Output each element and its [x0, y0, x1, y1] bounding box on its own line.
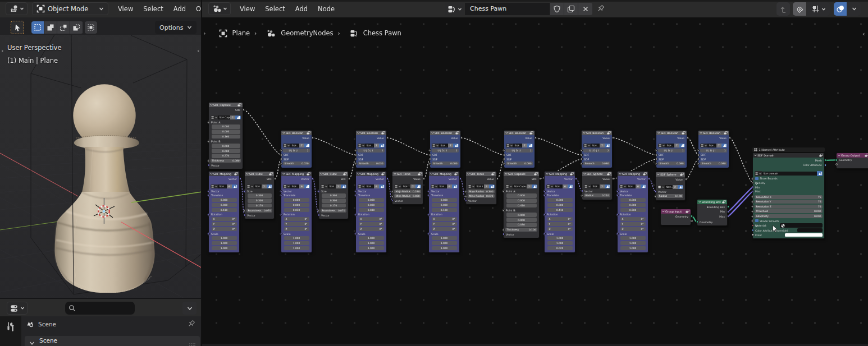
datablock-override-button[interactable]: [453, 144, 459, 148]
node-socket-col[interactable]: [824, 164, 827, 167]
node-socket-gray[interactable]: [654, 195, 657, 197]
datablock-user-count[interactable]: 7: [522, 144, 527, 148]
datablock-override-button[interactable]: [304, 144, 310, 148]
node-socket-gray[interactable]: [207, 140, 210, 142]
node-socket-gray[interactable]: [687, 136, 689, 139]
slider-field[interactable]: Smooth0.080: [583, 162, 610, 165]
node-socket-vec[interactable]: [427, 232, 430, 235]
node-socket-gray[interactable]: [539, 177, 542, 180]
datablock-selector[interactable]: SDF...7: [430, 143, 460, 148]
node-menu-node[interactable]: Node: [313, 5, 340, 13]
node-socket-gray[interactable]: [751, 200, 754, 203]
datablock-name-field[interactable]: SDF T...: [475, 184, 484, 189]
value-field[interactable]: 0.500: [620, 208, 646, 212]
overlays-toggle-button[interactable]: [834, 2, 847, 16]
datablock-override-button[interactable]: [605, 144, 610, 148]
node-socket-vec[interactable]: [354, 194, 357, 197]
enum-button[interactable]: U | D | I2: [506, 149, 533, 153]
datablock-override-button[interactable]: [379, 144, 385, 148]
active-tool-button[interactable]: [11, 21, 24, 34]
overlays-dropdown[interactable]: [847, 2, 861, 16]
editor-type-button[interactable]: [7, 302, 28, 315]
node-socket-gray[interactable]: [751, 196, 754, 199]
datablock-name-field[interactable]: SDF T...: [401, 184, 410, 189]
datablock-selector[interactable]: SDF...7: [656, 143, 687, 148]
datablock-override-button[interactable]: [267, 184, 272, 189]
slider-field[interactable]: Resolution X76: [755, 195, 823, 199]
node-socket-gray[interactable]: [355, 154, 358, 156]
node-socket-gray[interactable]: [729, 136, 732, 139]
unlink-button[interactable]: [578, 3, 592, 15]
node-sdf-boolean-3[interactable]: SDF BooleanValueSDF...7U | D | I2SDFSDFS…: [430, 130, 461, 168]
enum-button[interactable]: U | D | I2: [283, 149, 310, 153]
node-header[interactable]: SDF Mapping: [429, 172, 459, 176]
value-field[interactable]: 1.000: [284, 236, 309, 240]
node-header[interactable]: SDF Boolean: [582, 131, 612, 135]
value-field[interactable]: 0.000: [432, 198, 457, 202]
datablock-browse-button[interactable]: [432, 144, 439, 148]
value-field[interactable]: 0.000: [547, 198, 573, 202]
datablock-override-button[interactable]: [568, 184, 573, 189]
value-field[interactable]: 0.410: [547, 208, 573, 212]
datablock-browse-button[interactable]: [546, 184, 554, 189]
breadcrumb-item[interactable]: Chess Pawn: [363, 29, 401, 37]
select-mode-subtract[interactable]: [57, 21, 70, 34]
slider-field[interactable]: Mino Radius0.080: [394, 194, 421, 198]
node-sdf-torus-1[interactable]: SDF TorusValueSDF T...2Majo Radius0.280M…: [392, 171, 423, 205]
node-socket-vec[interactable]: [616, 190, 619, 192]
viewport-menu-select[interactable]: Select: [138, 5, 168, 13]
datablock-name-field[interactable]: SDF...: [707, 144, 716, 148]
datablock-name-field[interactable]: SDF...: [290, 184, 299, 189]
value-field[interactable]: 1.000: [620, 236, 646, 240]
node-socket-vec[interactable]: [280, 190, 282, 192]
value-field[interactable]: 0.030: [359, 208, 384, 212]
datablock-browse-button[interactable]: [700, 144, 707, 148]
datablock-browse-button[interactable]: [283, 184, 290, 189]
datablock-user-count[interactable]: 7: [299, 144, 304, 148]
datablock-browse-button[interactable]: [755, 171, 762, 176]
value-field[interactable]: 0.300: [248, 199, 272, 202]
datablock-selector[interactable]: SDF...6: [281, 184, 312, 189]
viewport-menu-view[interactable]: View: [113, 5, 138, 13]
node-header[interactable]: SDF Boolean: [698, 131, 729, 135]
checkbox[interactable]: [755, 219, 759, 223]
node-socket-vec[interactable]: [575, 177, 578, 180]
datablock-name-field[interactable]: SDF...: [591, 144, 600, 148]
slider-field[interactable]: Smooth0.080: [700, 162, 727, 165]
pin-icon-button[interactable]: [187, 320, 196, 331]
datablock-browse-button[interactable]: [468, 184, 475, 189]
slider-field[interactable]: Smooth0.080: [658, 162, 685, 165]
value-field[interactable]: X0°: [212, 217, 237, 221]
node-menu-add[interactable]: Add: [290, 5, 313, 13]
node-socket-vec[interactable]: [465, 200, 468, 202]
node-sdf-boolean-2[interactable]: SDF BooleanValueSDF...7U | D | I2SDFSDFS…: [355, 130, 387, 168]
node-header[interactable]: SDF Cube: [319, 172, 348, 176]
node-socket-gray[interactable]: [685, 178, 688, 181]
datablock-user-count[interactable]: 2: [262, 184, 267, 189]
datablock-override-button[interactable]: [532, 184, 537, 189]
slider-field[interactable]: Adaptivity0.000: [755, 214, 823, 218]
datablock-selector[interactable]: SDF...2: [319, 184, 348, 189]
slider-field[interactable]: Radius0.210: [584, 193, 610, 197]
node-sdf-mapping-4[interactable]: SDF MappingVectorSDF...6VectorTranslate0…: [428, 171, 460, 253]
node-sdf-boolean-7[interactable]: SDF BooleanValueSDF...7U | D | I1SDFSDFS…: [698, 130, 729, 168]
datablock-user-count[interactable]: 2: [410, 184, 415, 189]
datablock-user-count[interactable]: 6: [299, 184, 304, 189]
datablock-browse-button[interactable]: [358, 184, 365, 189]
virtual-socket[interactable]: [835, 163, 838, 165]
value-field[interactable]: 0.000: [359, 203, 384, 207]
datablock-browse-button[interactable]: [283, 144, 290, 148]
node-socket-vec[interactable]: [459, 177, 462, 180]
breadcrumb-item[interactable]: GeometryNodes: [281, 29, 333, 37]
node-socket-vec[interactable]: [727, 210, 730, 213]
value-field[interactable]: 1.000: [284, 246, 309, 250]
node-sdf-boolean-1[interactable]: SDF BooleanValueSDF...7U | D | I2SDFSDFS…: [281, 130, 312, 168]
node-socket-vec[interactable]: [280, 232, 282, 235]
datablock-user-count[interactable]: 2: [600, 184, 605, 189]
node-group-input[interactable]: Group InputGeometry: [660, 209, 691, 225]
node-sdf-mapping-3[interactable]: SDF MappingVectorSDF...6VectorTranslate0…: [355, 171, 387, 253]
value-field[interactable]: 0.410: [506, 204, 537, 207]
node-collapse-chevron[interactable]: [698, 201, 701, 203]
datablock-browse-button[interactable]: [505, 184, 513, 189]
value-field[interactable]: Y0°: [432, 222, 457, 226]
